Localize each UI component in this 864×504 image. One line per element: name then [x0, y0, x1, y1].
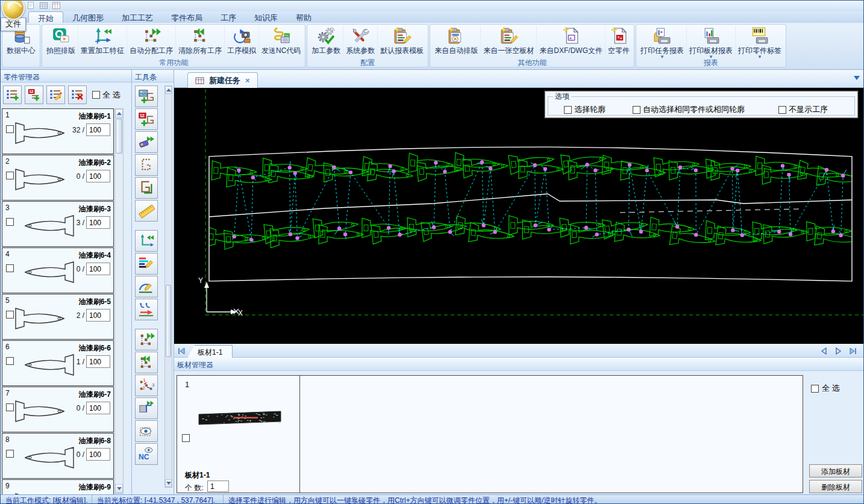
- sheet-checkbox[interactable]: [182, 434, 190, 442]
- part-checkbox[interactable]: [6, 172, 14, 179]
- ribbon-button-打印任务报表[interactable]: 打印任务报表▼: [638, 26, 686, 60]
- ribbon-button-清除所有工序[interactable]: 清除所有工序: [175, 26, 224, 56]
- document-tab-new-task[interactable]: 新建任务 ×: [187, 72, 258, 88]
- menu-tab-开始[interactable]: 开始: [28, 11, 63, 23]
- scroll-up-icon[interactable]: [115, 109, 123, 118]
- toolstrip-ts-seq-123-button[interactable]: 123: [135, 375, 158, 396]
- ribbon-button-空零件[interactable]: 空零件: [605, 26, 632, 56]
- toolstrip-ts-nest-dots-button[interactable]: [135, 154, 158, 176]
- ribbon-button-自动分配工序[interactable]: 自动分配工序: [127, 26, 175, 56]
- part-total-input[interactable]: [86, 309, 110, 322]
- toolstrip-ts-eye-button[interactable]: [135, 420, 158, 442]
- toolstrip-ts-lead-button[interactable]: [135, 299, 158, 320]
- ribbon-button-来自一张空板材[interactable]: 来自一张空板材: [480, 26, 536, 56]
- part-card-油漆刷6-7[interactable]: 7油漆刷6-70 /: [2, 387, 114, 432]
- scrollbar-thumb[interactable]: [116, 119, 122, 154]
- ribbon-button-默认报表模板[interactable]: 默认报表模板: [377, 26, 426, 56]
- menu-tab-工序[interactable]: 工序: [211, 11, 245, 23]
- close-tab-icon[interactable]: ×: [245, 76, 250, 85]
- part-card-油漆刷6-6[interactable]: 6油漆刷6-61 /: [2, 340, 114, 386]
- option-checkbox-自动选择相同零件或相同轮廓[interactable]: 自动选择相同零件或相同轮廓: [633, 104, 745, 115]
- part-card-油漆刷6-8[interactable]: 8油漆刷6-80 /: [2, 433, 114, 479]
- sheet-tab[interactable]: 板材1-1: [187, 345, 233, 358]
- sheet-qty-input[interactable]: [207, 481, 229, 492]
- first-sheet-icon[interactable]: [177, 347, 186, 355]
- menu-tab-帮助[interactable]: 帮助: [287, 11, 321, 23]
- toolstrip-ts-add-red-button[interactable]: [135, 108, 158, 130]
- part-checkbox[interactable]: [6, 403, 14, 411]
- ribbon-button-加工参数[interactable]: 加工参数: [309, 26, 343, 56]
- part-checkbox[interactable]: [6, 311, 14, 319]
- toolstrip-ts-nc-button[interactable]: NC: [135, 443, 158, 465]
- part-total-input[interactable]: [86, 123, 110, 136]
- part-total-input[interactable]: [86, 402, 110, 414]
- ribbon-button-来自自动排版[interactable]: 来自自动排版: [432, 26, 480, 56]
- select-all-checkbox[interactable]: [811, 385, 819, 393]
- qat-table-icon[interactable]: [51, 1, 61, 10]
- part-total-input[interactable]: [86, 216, 110, 229]
- ribbon-button-打印零件标签[interactable]: 打印零件标签▼: [735, 26, 784, 60]
- dropdown-arrow-icon[interactable]: ▼: [660, 56, 665, 60]
- part-card-油漆刷6-1[interactable]: 1油漆刷6-132 /: [2, 108, 114, 154]
- part-card-油漆刷6-4[interactable]: 4油漆刷6-40 /: [2, 247, 114, 293]
- parts-list-scrollbar[interactable]: [114, 108, 124, 494]
- toolstrip-ts-auto-button[interactable]: [135, 131, 158, 153]
- part-total-input[interactable]: [86, 170, 110, 182]
- part-checkbox[interactable]: [6, 357, 14, 365]
- part-checkbox[interactable]: [6, 125, 14, 133]
- ribbon-button-系统参数[interactable]: 系统参数: [343, 26, 377, 56]
- parts-toolbar-list-edit-button[interactable]: [46, 86, 65, 104]
- toolstrip-ts-pencil-curve-button[interactable]: [135, 276, 158, 297]
- ribbon-button-打印板材报表[interactable]: 打印板材报表▼: [686, 26, 735, 60]
- scroll-down-icon[interactable]: [165, 479, 172, 487]
- part-total-input[interactable]: [86, 263, 110, 275]
- scroll-up-icon[interactable]: [165, 86, 172, 94]
- ribbon-button-重置加工特征[interactable]: 重置加工特征: [78, 26, 127, 56]
- last-sheet-icon[interactable]: [849, 347, 857, 355]
- toolstrip-ts-nest-part-button[interactable]: [135, 177, 158, 199]
- next-sheet-icon[interactable]: [834, 347, 843, 355]
- ribbon-button-来自DXF/DWG文件[interactable]: 来自DXF/DWG文件: [536, 26, 605, 56]
- nesting-canvas[interactable]: YX 选项 选择轮廓自动选择相同零件或相同轮廓不显示工序: [174, 88, 864, 344]
- parts-toolbar-list-add-red-button[interactable]: [25, 86, 43, 104]
- part-card-油漆刷6-3[interactable]: 3油漆刷6-33 /: [2, 201, 114, 247]
- toolstrip-ts-color-button[interactable]: [135, 253, 158, 275]
- ribbon-button-发送NC代码[interactable]: NC发送NC代码: [258, 26, 303, 56]
- tab-list-dropdown-icon[interactable]: [854, 76, 860, 80]
- scroll-down-icon[interactable]: [115, 484, 123, 493]
- part-card-油漆刷6-2[interactable]: 2油漆刷6-20 /: [2, 155, 114, 201]
- toolstrip-ts-seq-back-button[interactable]: [135, 352, 158, 373]
- sheet-select-all[interactable]: 全 选: [811, 383, 840, 394]
- menu-tab-零件布局[interactable]: 零件布局: [162, 11, 211, 23]
- part-card-油漆刷6-9[interactable]: 9油漆刷6-90 /: [2, 479, 114, 494]
- toolstrip-ts-reset-button[interactable]: [135, 230, 158, 252]
- menu-tab-加工工艺[interactable]: 加工工艺: [113, 11, 162, 23]
- part-checkbox[interactable]: [6, 264, 14, 272]
- parts-toolbar-list-del-button[interactable]: [68, 86, 87, 104]
- ribbon-button-工序模拟[interactable]: 工序模拟: [224, 26, 258, 56]
- part-total-input[interactable]: [86, 448, 110, 461]
- menu-tab-几何图形[interactable]: 几何图形: [63, 11, 113, 23]
- tool-strip-scrollbar[interactable]: [164, 86, 172, 488]
- scrollbar-thumb[interactable]: [166, 285, 171, 357]
- parts-toolbar-list-add-button[interactable]: [3, 86, 22, 104]
- delete-sheet-button[interactable]: 删除板材: [809, 480, 862, 493]
- prev-sheet-icon[interactable]: [820, 347, 828, 355]
- part-checkbox[interactable]: [6, 218, 14, 226]
- toolstrip-ts-add-img-button[interactable]: [135, 86, 158, 107]
- add-sheet-button[interactable]: 添加板材: [809, 464, 862, 478]
- part-total-input[interactable]: [86, 355, 110, 368]
- option-checkbox-不显示工序[interactable]: 不显示工序: [778, 104, 828, 115]
- qat-new-doc-icon[interactable]: [26, 1, 36, 10]
- option-checkbox-选择轮廓[interactable]: 选择轮廓: [564, 104, 606, 115]
- qat-grid-icon[interactable]: [39, 1, 49, 10]
- toolstrip-ts-seq-fwd-button[interactable]: [135, 329, 158, 350]
- ribbon-button-拍照排版[interactable]: 拍照排版: [44, 26, 78, 56]
- dropdown-arrow-icon[interactable]: ▼: [757, 56, 762, 60]
- toolstrip-ts-corner-button[interactable]: [135, 397, 158, 419]
- menu-tab-知识库[interactable]: 知识库: [245, 11, 287, 23]
- part-checkbox[interactable]: [6, 450, 14, 458]
- select-all-checkbox[interactable]: [92, 91, 100, 99]
- part-card-油漆刷6-5[interactable]: 5油漆刷6-52 /: [2, 294, 114, 340]
- parts-select-all[interactable]: 全 选: [92, 90, 121, 101]
